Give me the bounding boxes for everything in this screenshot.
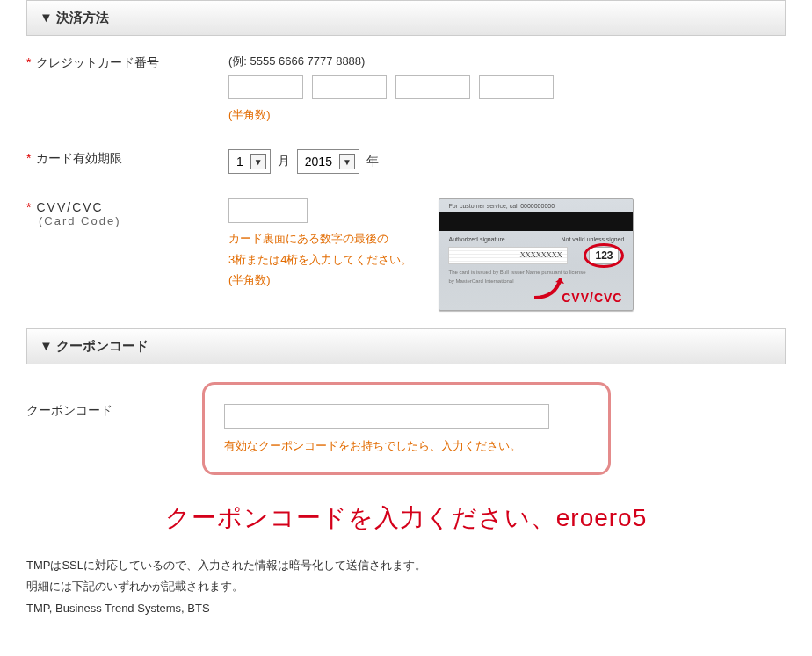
coupon-input[interactable] <box>224 404 549 429</box>
cc-hint: (半角数) <box>228 105 786 125</box>
cvv-hint-line2: 3桁または4桁を入力してください。 <box>228 253 412 266</box>
chevron-down-icon: ▼ <box>339 154 355 169</box>
cc-part-3-input[interactable] <box>395 75 470 99</box>
cvv-label-text: CVV/CVC <box>36 200 103 214</box>
cc-part-4-input[interactable] <box>479 75 554 99</box>
cvv-sublabel: (Card Code) <box>39 214 228 227</box>
payment-method-body: *クレジットカード番号 (例: 5555 6666 7777 8888) (半角… <box>26 36 786 328</box>
footnote-line3: TMP, Business Trend Systems, BTS <box>26 598 786 620</box>
payment-method-header: ▼ 決済方法 <box>26 0 786 36</box>
expiration-input-group: 1 ▼ 月 2015 ▼ 年 <box>228 149 786 174</box>
chevron-down-icon: ▼ <box>250 154 266 169</box>
cvv-hint-line1: カード裏面にある数字の最後の <box>228 232 388 245</box>
cc-number-fields: (例: 5555 6666 7777 8888) (半角数) <box>228 54 786 125</box>
magstripe <box>439 212 633 231</box>
required-mark: * <box>26 200 31 214</box>
coupon-header: ▼ クーポンコード <box>26 328 786 364</box>
cvv-illust-label: CVV/CVC <box>562 291 622 305</box>
coupon-row: クーポンコード 有効なクーポンコードをお持ちでしたら、入力ください。 <box>26 382 786 474</box>
cvv-hint: カード裏面にある数字の最後の 3桁または4桁を入力してください。 (半角数) <box>228 228 412 290</box>
cvv-hint-line3: (半角数) <box>228 273 271 286</box>
footnote-line1: TMPはSSLに対応しているので、入力された情報は暗号化して送信されます。 <box>26 555 786 577</box>
cc-number-row: *クレジットカード番号 (例: 5555 6666 7777 8888) (半角… <box>26 54 786 125</box>
cc-input-group <box>228 75 786 99</box>
cvv-left: カード裏面にある数字の最後の 3桁または4桁を入力してください。 (半角数) <box>228 198 412 290</box>
footnotes: TMPはSSLに対応しているので、入力された情報は暗号化して送信されます。 明細… <box>26 555 786 620</box>
exp-year-unit: 年 <box>366 154 379 169</box>
required-mark: * <box>26 55 31 69</box>
card-back-illustration: For customer service, call 0000000000 Au… <box>439 198 634 311</box>
expiration-label-text: カード有効期限 <box>36 151 122 165</box>
cc-number-label: *クレジットカード番号 <box>26 54 228 71</box>
signature-panel: XXXXXXXX <box>448 247 568 264</box>
expiration-fields: 1 ▼ 月 2015 ▼ 年 <box>228 149 786 174</box>
cc-number-label-text: クレジットカード番号 <box>36 55 159 69</box>
coupon-label: クーポンコード <box>26 382 202 419</box>
divider <box>26 544 786 544</box>
exp-year-value: 2015 <box>305 155 332 169</box>
cvv-fields: カード裏面にある数字の最後の 3桁または4桁を入力してください。 (半角数) F… <box>228 198 786 311</box>
cvv-label: *CVV/CVC (Card Code) <box>26 198 228 227</box>
cvv-row: *CVV/CVC (Card Code) カード裏面にある数字の最後の 3桁また… <box>26 198 786 311</box>
exp-year-select[interactable]: 2015 ▼ <box>297 149 359 174</box>
footnote-line2: 明細には下記のいずれかが記載されます。 <box>26 576 786 598</box>
cc-example: (例: 5555 6666 7777 8888) <box>228 54 786 69</box>
exp-month-unit: 月 <box>278 154 290 169</box>
coupon-instruction: クーポンコードを入力ください、eroero5 <box>26 501 786 535</box>
cvv-input[interactable] <box>228 198 308 223</box>
exp-month-value: 1 <box>236 155 243 169</box>
expiration-label: *カード有効期限 <box>26 149 228 167</box>
coupon-hint: 有効なクーポンコードをお持ちでしたら、入力ください。 <box>224 436 589 456</box>
required-mark: * <box>26 151 31 165</box>
expiration-row: *カード有効期限 1 ▼ 月 2015 ▼ 年 <box>26 149 786 174</box>
coupon-highlight-box: 有効なクーポンコードをお持ちでしたら、入力ください。 <box>202 382 611 474</box>
coupon-body: クーポンコード 有効なクーポンコードをお持ちでしたら、入力ください。 <box>26 364 786 492</box>
cc-part-1-input[interactable] <box>228 75 303 99</box>
exp-month-select[interactable]: 1 ▼ <box>228 149 271 174</box>
cc-part-2-input[interactable] <box>312 75 387 99</box>
